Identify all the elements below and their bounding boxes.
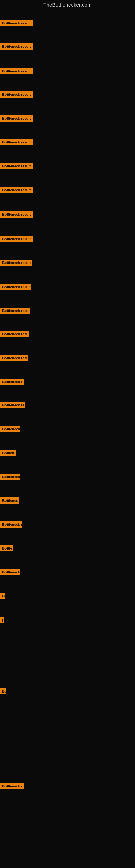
bottleneck-result-item[interactable]: Bottle [0, 545, 13, 553]
bottleneck-result-item[interactable]: Bottlen [0, 450, 16, 457]
bottleneck-badge: Bottleneck [0, 569, 20, 575]
bottleneck-badge: Bottleneck r [0, 783, 24, 789]
bottleneck-result-item[interactable]: Bottleneck result [0, 20, 33, 27]
bottleneck-result-item[interactable]: Bottleneck result [0, 284, 31, 291]
bottleneck-result-item[interactable]: Bottleneck res [0, 402, 25, 409]
bottleneck-badge: Bottleneck r [0, 521, 22, 528]
bottleneck-badge: Bottleneck result [0, 163, 33, 169]
bottleneck-badge: Bottleneck result [0, 236, 33, 242]
bottleneck-badge: Bottleneck result [0, 308, 30, 314]
bottleneck-result-item[interactable]: Bottleneck [0, 569, 20, 577]
bottleneck-badge: B [0, 593, 5, 599]
bottleneck-result-item[interactable]: Bottleneck result [0, 187, 33, 194]
bottleneck-result-item[interactable]: Bottleneck result [0, 43, 33, 51]
bottleneck-badge: Bottleneck result [0, 211, 33, 218]
bottleneck-badge: Bottleneck [0, 426, 20, 432]
site-title: TheBottlenecker.com [0, 0, 135, 10]
bottleneck-badge: Bottleneck res [0, 402, 25, 408]
bottleneck-badge: Bottlen [0, 450, 16, 456]
bottleneck-result-item[interactable]: Bottleneck result [0, 91, 33, 99]
bottleneck-result-item[interactable]: Bottleneck result [0, 236, 33, 243]
bottleneck-badge: Bottlenec [0, 497, 19, 504]
bottleneck-result-item[interactable]: Bottleneck [0, 474, 20, 481]
bottleneck-result-item[interactable]: Bottleneck r [0, 379, 24, 386]
bottleneck-badge: Bottleneck result [0, 331, 29, 337]
bottleneck-badge: Bottleneck [0, 474, 20, 480]
bottleneck-result-item[interactable]: Bottleneck result [0, 163, 33, 170]
bottleneck-result-item[interactable]: Bottleneck result [0, 211, 33, 219]
bottleneck-result-item[interactable]: Bottleneck result [0, 308, 30, 315]
bottleneck-badge: Bottleneck r [0, 379, 24, 385]
bottleneck-badge: Bottleneck result [0, 43, 33, 50]
bottleneck-badge: Bottleneck result [0, 91, 33, 98]
bottleneck-badge: Bottleneck result [0, 187, 33, 193]
bottleneck-badge: Bottleneck result [0, 139, 33, 145]
bottleneck-result-item[interactable]: Bottleneck r [0, 783, 24, 790]
bottleneck-result-item[interactable]: Bottleneck result [0, 139, 33, 147]
bottleneck-result-item[interactable]: Bottleneck result [0, 68, 33, 75]
bottleneck-badge: Bottleneck result [0, 20, 33, 26]
bottleneck-badge: | [0, 617, 4, 623]
bottleneck-result-item[interactable]: Bottleneck result [0, 259, 32, 267]
bottleneck-result-item[interactable]: Bottleneck [0, 426, 20, 433]
bottleneck-result-item[interactable]: Bottleneck result [0, 355, 28, 362]
bottleneck-result-item[interactable]: Bo [0, 688, 6, 695]
bottleneck-badge: Bottleneck result [0, 259, 32, 266]
bottleneck-result-item[interactable]: | [0, 617, 4, 624]
bottleneck-result-item[interactable]: Bottleneck r [0, 521, 22, 529]
bottleneck-result-item[interactable]: B [0, 593, 5, 600]
bottleneck-badge: Bottleneck result [0, 68, 33, 74]
bottleneck-result-item[interactable]: Bottleneck result [0, 331, 29, 338]
bottleneck-result-item[interactable]: Bottlenec [0, 497, 19, 505]
bottleneck-badge: Bottleneck result [0, 115, 33, 122]
bottleneck-badge: Bottleneck result [0, 355, 28, 361]
bottleneck-badge: Bottle [0, 545, 13, 552]
bottleneck-badge: Bo [0, 688, 6, 694]
bottleneck-result-item[interactable]: Bottleneck result [0, 115, 33, 123]
bottleneck-badge: Bottleneck result [0, 284, 31, 290]
